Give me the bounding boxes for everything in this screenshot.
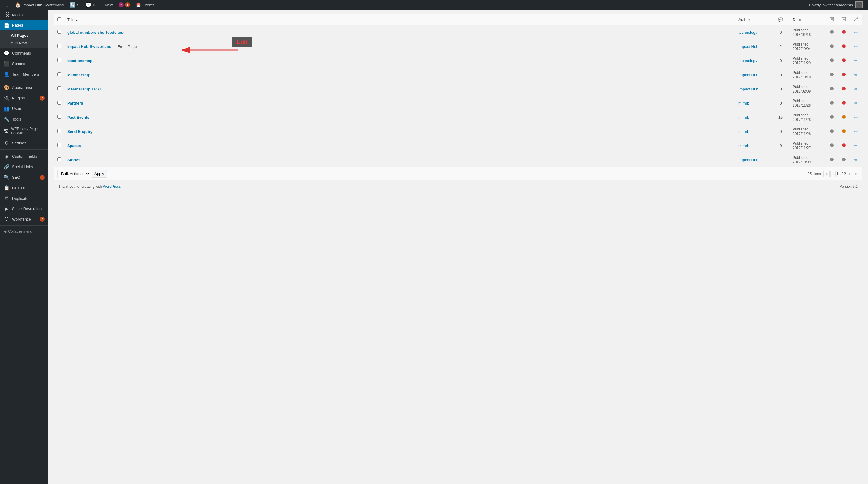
row-author[interactable]: technology xyxy=(735,25,772,39)
row-action[interactable]: ✏ xyxy=(850,82,862,96)
wpbakery-icon: 🏗 xyxy=(4,128,9,134)
row-author[interactable]: Impact Hub xyxy=(735,82,772,96)
row-checkbox[interactable] xyxy=(57,30,61,34)
row-action[interactable]: ✏ xyxy=(850,96,862,110)
apply-button[interactable]: Apply xyxy=(92,170,107,178)
user-menu[interactable]: Howdy, switzerlandadmin xyxy=(806,1,866,8)
row-checkbox[interactable] xyxy=(57,129,61,133)
collapse-menu[interactable]: ◀ Collapse menu xyxy=(0,227,48,236)
row-dot1 xyxy=(826,25,838,39)
sidebar-item-pages[interactable]: 📄 Pages xyxy=(0,20,48,30)
page-title-link[interactable]: Stories xyxy=(67,158,81,162)
row-checkbox[interactable] xyxy=(57,58,61,62)
row-author[interactable]: mimrb xyxy=(735,139,772,153)
row-action[interactable]: ✏ xyxy=(850,68,862,82)
page-title-link[interactable]: global numbers shortcode test xyxy=(67,30,124,35)
row-action[interactable]: ✏ xyxy=(850,39,862,54)
comments-bar-item[interactable]: 💬 0 xyxy=(83,0,98,10)
sidebar-sub-add-new[interactable]: Add New xyxy=(0,39,48,47)
row-author[interactable]: mimrb xyxy=(735,96,772,110)
row-author[interactable]: mimrb xyxy=(735,110,772,124)
row-dot1 xyxy=(826,82,838,96)
row-author[interactable]: mimrb xyxy=(735,124,772,139)
wordpress-link[interactable]: WordPress xyxy=(103,184,121,189)
row-author[interactable]: technology xyxy=(735,54,772,68)
sidebar-item-custom-fields[interactable]: ◈ Custom Fields xyxy=(0,151,48,161)
row-comments: 0 xyxy=(772,139,789,153)
social-links-icon: 🔗 xyxy=(4,164,10,170)
row-checkbox[interactable] xyxy=(57,157,61,161)
page-title-link[interactable]: Membership TEST xyxy=(67,87,101,91)
sidebar-item-users[interactable]: 👥 Users xyxy=(0,103,48,114)
sidebar-item-wordfence[interactable]: 🛡 Wordfence 2 xyxy=(0,214,48,224)
row-action[interactable]: ✏ xyxy=(850,139,862,153)
sidebar: 🖼 Media 📄 Pages All Pages Add New 💬 Comm… xyxy=(0,10,48,484)
yoast-bar-item[interactable]: Y 1 xyxy=(116,0,133,10)
sidebar-item-team-members[interactable]: 👤 Team Members xyxy=(0,69,48,80)
row-action[interactable]: ✏ xyxy=(850,153,862,167)
header-title[interactable]: Title xyxy=(64,14,735,25)
duplicator-icon: ⧉ xyxy=(4,195,10,201)
row-action[interactable]: ✏ xyxy=(850,54,862,68)
sidebar-item-slider-revolution[interactable]: ▶ Slider Revolution xyxy=(0,204,48,214)
sidebar-item-media[interactable]: 🖼 Media xyxy=(0,10,48,20)
sidebar-item-duplicator[interactable]: ⧉ Duplicator xyxy=(0,193,48,204)
sidebar-item-spaces[interactable]: ⬛ Spaces xyxy=(0,58,48,69)
team-members-icon: 👤 xyxy=(4,71,10,77)
row-comments: 15 xyxy=(772,110,789,124)
table-row: Partners mimrb 0 Published2017/11/28 ✏ xyxy=(54,96,862,110)
updates-bar-item[interactable]: 🔄 5 xyxy=(67,0,82,10)
row-date: Published2017/11/29 xyxy=(789,54,826,68)
sidebar-item-social-links[interactable]: 🔗 Social Links xyxy=(0,161,48,172)
sidebar-item-tools[interactable]: 🔧 Tools xyxy=(0,114,48,124)
row-checkbox[interactable] xyxy=(57,44,61,48)
row-checkbox[interactable] xyxy=(57,87,61,90)
row-author[interactable]: Impact Hub xyxy=(735,39,772,54)
new-bar-item[interactable]: + New xyxy=(98,0,116,10)
row-author[interactable]: Impact Hub xyxy=(735,68,772,82)
sidebar-item-appearance[interactable]: 🎨 Appearance xyxy=(0,82,48,93)
bulk-actions-select[interactable]: Bulk Actions xyxy=(57,170,90,178)
appearance-icon: 🎨 xyxy=(4,85,10,90)
prev-page-button[interactable]: ‹ xyxy=(830,171,836,177)
row-checkbox[interactable] xyxy=(57,101,61,104)
sidebar-item-comments[interactable]: 💬 Comments xyxy=(0,48,48,58)
row-dot2 xyxy=(838,139,850,153)
site-name-bar-item[interactable]: 🏠 Impact Hub Switzerland xyxy=(12,0,67,10)
sidebar-item-seo[interactable]: 🔍 SEO 1 xyxy=(0,172,48,183)
table-row: Send Enquiry mimrb 0 Published2017/11/28… xyxy=(54,124,862,139)
page-title-link[interactable]: Send Enquiry xyxy=(67,129,93,134)
events-bar-item[interactable]: 📅 Events xyxy=(133,0,157,10)
row-action[interactable]: ✏ xyxy=(850,25,862,39)
main-content: Edit Title Author xyxy=(48,10,868,484)
sidebar-divider xyxy=(0,81,48,81)
last-page-button[interactable]: » xyxy=(852,171,859,177)
sidebar-item-settings[interactable]: ⚙ Settings xyxy=(0,138,48,148)
page-title-link[interactable]: Membership xyxy=(67,72,90,77)
table-row: Impact Hub Switzerland — Front Page Impa… xyxy=(54,39,862,54)
select-all-checkbox[interactable] xyxy=(57,18,61,21)
sidebar-item-wpbakery[interactable]: 🏗 WPBakery Page Builder xyxy=(0,124,48,138)
wp-logo[interactable]: ⊞ xyxy=(2,0,12,10)
page-title-link[interactable]: Past Events xyxy=(67,115,90,120)
title-sort-link[interactable]: Title xyxy=(67,18,79,22)
sidebar-item-cpt-ui[interactable]: 📋 CPT UI xyxy=(0,183,48,193)
header-date[interactable]: Date xyxy=(789,14,826,25)
row-author[interactable]: Impact Hub xyxy=(735,153,772,167)
row-action[interactable]: ✏ xyxy=(850,124,862,139)
sidebar-item-plugins[interactable]: 🔌 Plugins 2 xyxy=(0,93,48,103)
first-page-button[interactable]: « xyxy=(824,171,830,177)
row-comments: 0 xyxy=(772,25,789,39)
row-action[interactable]: ✏ xyxy=(850,110,862,124)
row-checkbox[interactable] xyxy=(57,72,61,76)
sidebar-sub-all-pages[interactable]: All Pages xyxy=(0,32,48,39)
row-date: Published2018/01/18 xyxy=(789,25,826,39)
page-title-link[interactable]: locationsmap xyxy=(67,58,93,63)
page-title-link[interactable]: Impact Hub Switzerland xyxy=(67,44,112,49)
next-page-button[interactable]: › xyxy=(846,171,852,177)
page-title-link[interactable]: Partners xyxy=(67,101,83,105)
row-checkbox[interactable] xyxy=(57,143,61,147)
page-title-link[interactable]: Spaces xyxy=(67,144,81,148)
row-checkbox[interactable] xyxy=(57,115,61,119)
header-author[interactable]: Author xyxy=(735,14,772,25)
